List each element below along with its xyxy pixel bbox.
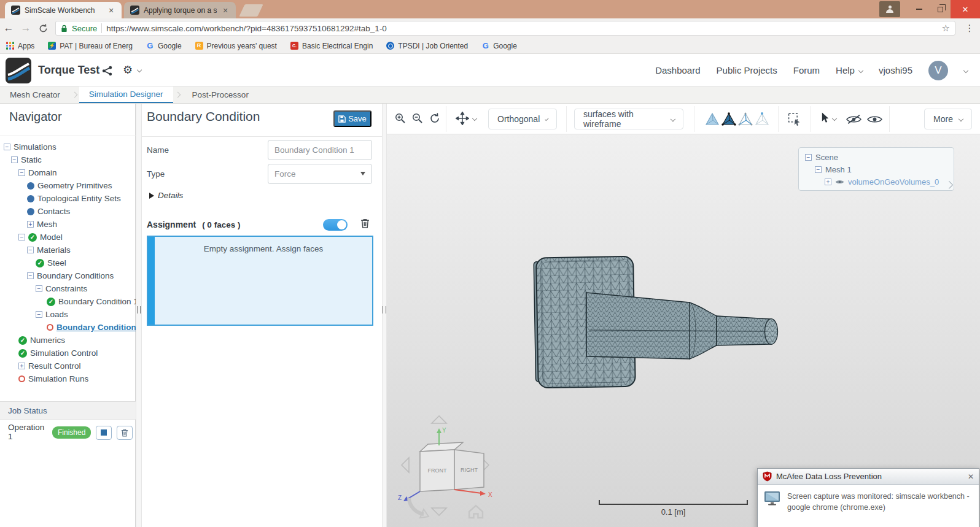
chevron-down-icon[interactable] xyxy=(137,67,142,72)
zoom-in-button[interactable] xyxy=(394,112,406,127)
show-all-button[interactable] xyxy=(867,115,882,126)
refresh-view-button[interactable] xyxy=(429,112,441,127)
bookmark-previous-years[interactable]: Previous years' quest xyxy=(195,42,277,50)
bookmark-apps[interactable]: Apps xyxy=(6,42,34,50)
scene-tree-item-mesh[interactable]: Mesh 1 xyxy=(799,163,954,175)
collapse-icon[interactable] xyxy=(4,144,10,150)
tree-item-materials[interactable]: Materials xyxy=(0,244,136,256)
bookmark-google[interactable]: Google xyxy=(146,42,182,50)
zoom-out-button[interactable] xyxy=(411,112,424,127)
mesh-display-wireframe-button[interactable] xyxy=(738,112,753,128)
popup-close-icon[interactable] xyxy=(968,472,974,481)
tree-item-numerics[interactable]: Numerics xyxy=(0,334,136,347)
stop-job-button[interactable] xyxy=(96,426,112,440)
mesh-display-solid-button[interactable] xyxy=(705,112,720,128)
username[interactable]: vjoshi95 xyxy=(879,65,912,75)
minimize-button[interactable] xyxy=(909,0,930,18)
tree-item-simulations[interactable]: Simulations xyxy=(0,140,136,153)
delete-job-button[interactable] xyxy=(117,426,133,440)
tree-item-loads[interactable]: Loads xyxy=(0,308,136,321)
share-icon[interactable] xyxy=(102,66,112,76)
details-expander[interactable]: Details xyxy=(149,191,183,200)
name-input[interactable] xyxy=(268,140,372,160)
scene-tree-item-volume[interactable]: volumeOnGeoVolumes_0 xyxy=(799,175,954,188)
collapse-icon[interactable] xyxy=(36,285,42,292)
popup-titlebar[interactable]: McAfee Data Loss Prevention xyxy=(758,469,979,485)
render-mode-dropdown[interactable]: surfaces with wireframe xyxy=(574,109,683,129)
box-select-button[interactable] xyxy=(787,112,802,129)
tree-item-contacts[interactable]: Contacts xyxy=(0,205,136,218)
tree-item-result-control[interactable]: Result Control xyxy=(0,360,136,372)
collapse-icon[interactable] xyxy=(805,154,812,161)
bookmark-basic-electrical[interactable]: Basic Electrical Engin xyxy=(290,42,373,50)
expand-icon[interactable] xyxy=(27,221,34,228)
tab-post-processor[interactable]: Post-Processor xyxy=(182,87,259,103)
orientation-cube[interactable]: FRONT RIGHT Y X Z xyxy=(393,414,497,524)
chevron-down-icon[interactable] xyxy=(832,116,837,121)
close-window-button[interactable] xyxy=(951,0,980,18)
browser-tab-active[interactable]: SimScale Workbench xyxy=(5,2,122,18)
type-select[interactable]: Force xyxy=(268,164,372,184)
tree-item-mesh[interactable]: Mesh xyxy=(0,218,136,231)
browser-menu-icon[interactable] xyxy=(962,23,978,34)
bookmark-star-icon[interactable] xyxy=(942,23,950,34)
chevron-down-icon[interactable] xyxy=(472,116,477,121)
assignment-box[interactable]: Empty assignment. Assign faces xyxy=(147,236,373,326)
tree-item-static[interactable]: Static xyxy=(0,153,136,166)
projection-dropdown[interactable]: Orthogonal xyxy=(488,109,557,129)
eye-icon[interactable] xyxy=(835,179,844,185)
tree-item-boundary-condition-1-selected[interactable]: Boundary Condition 1 xyxy=(0,321,136,334)
mesh-model[interactable] xyxy=(513,239,820,404)
close-tab-icon[interactable] xyxy=(107,6,115,15)
mesh-display-volume-button[interactable] xyxy=(721,112,736,128)
viewport-canvas[interactable]: Scene Mesh 1 volumeOnGeoVolumes_0 xyxy=(387,134,980,527)
select-cursor-button[interactable] xyxy=(820,112,830,126)
tree-item-simulation-runs[interactable]: Simulation Runs xyxy=(0,372,136,385)
nav-dashboard[interactable]: Dashboard xyxy=(655,65,700,75)
url-text[interactable]: https://www.simscale.com/workbench/?pid=… xyxy=(106,24,937,33)
panel-splitter[interactable] xyxy=(136,104,142,527)
collapse-icon[interactable] xyxy=(27,247,34,253)
mesh-display-points-button[interactable] xyxy=(755,112,769,128)
nav-forum[interactable]: Forum xyxy=(793,65,820,75)
simscale-logo[interactable] xyxy=(6,58,31,83)
assignment-toggle[interactable] xyxy=(323,219,348,231)
panel-splitter[interactable] xyxy=(382,104,387,527)
restore-button[interactable] xyxy=(930,0,951,18)
bookmark-pat[interactable]: PAT | Bureau of Energ xyxy=(48,42,133,50)
collapse-icon[interactable] xyxy=(18,169,25,176)
tree-item-model[interactable]: Model xyxy=(0,231,136,244)
collapse-icon[interactable] xyxy=(11,156,18,163)
tree-item-domain[interactable]: Domain xyxy=(0,166,136,179)
tree-item-topological-entity-sets[interactable]: Topological Entity Sets xyxy=(0,192,136,205)
url-box[interactable]: Secure https://www.simscale.com/workbenc… xyxy=(55,21,955,36)
tree-item-steel[interactable]: Steel xyxy=(0,256,136,269)
reload-button[interactable] xyxy=(34,23,52,34)
avatar[interactable]: V xyxy=(928,61,948,80)
pan-button[interactable] xyxy=(456,112,469,128)
expand-icon[interactable] xyxy=(18,363,25,369)
tree-item-boundary-condition-1[interactable]: Boundary Condition 1 xyxy=(0,295,136,308)
gear-icon[interactable] xyxy=(123,63,133,77)
collapse-icon[interactable] xyxy=(36,311,42,318)
browser-tab-inactive[interactable]: Applying torque on a sha xyxy=(124,2,236,18)
clear-assignment-button[interactable] xyxy=(360,218,370,231)
close-tab-icon[interactable] xyxy=(221,6,230,15)
save-button[interactable]: Save xyxy=(333,110,371,127)
tree-item-boundary-conditions[interactable]: Boundary Conditions xyxy=(0,269,136,282)
expand-icon[interactable] xyxy=(825,179,831,185)
collapse-icon[interactable] xyxy=(815,166,822,173)
collapse-icon[interactable] xyxy=(18,234,25,240)
collapse-icon[interactable] xyxy=(27,272,34,279)
nav-help[interactable]: Help xyxy=(836,65,863,75)
nav-public-projects[interactable]: Public Projects xyxy=(717,65,777,75)
tree-item-constraints[interactable]: Constraints xyxy=(0,282,136,295)
bookmark-tpsdi[interactable]: TPSDI | Job Oriented xyxy=(386,42,468,50)
profile-icon[interactable] xyxy=(879,1,900,17)
back-button[interactable] xyxy=(0,22,17,34)
scene-tree-item-scene[interactable]: Scene xyxy=(799,151,954,163)
tab-simulation-designer[interactable]: Simulation Designer xyxy=(79,87,173,103)
tree-item-geometry-primitives[interactable]: Geometry Primitives xyxy=(0,179,136,192)
tree-item-simulation-control[interactable]: Simulation Control xyxy=(0,347,136,360)
bookmark-google-2[interactable]: Google xyxy=(481,42,517,50)
